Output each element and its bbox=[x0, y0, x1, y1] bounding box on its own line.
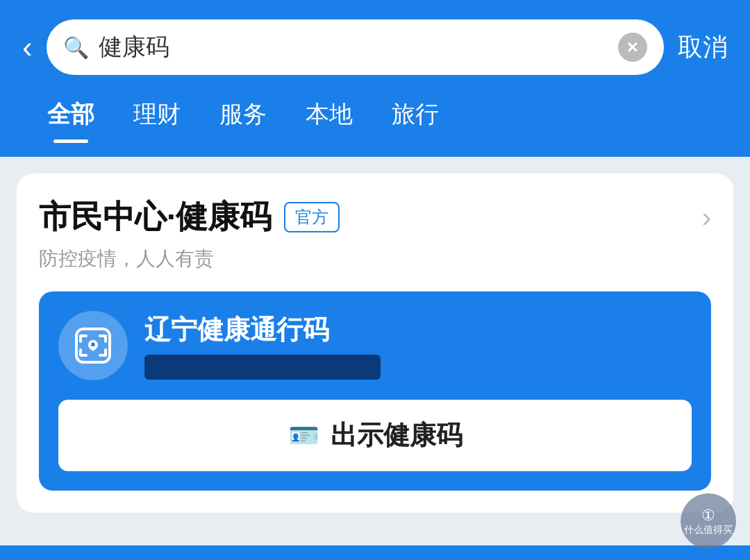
search-icon: 🔍 bbox=[63, 35, 89, 60]
watermark-icon: ① bbox=[701, 508, 715, 523]
search-input[interactable]: 健康码 bbox=[99, 31, 608, 63]
card-header: 市民中心·健康码 官方 › bbox=[39, 196, 711, 239]
header: ‹ 🔍 健康码 取消 bbox=[0, 0, 750, 75]
service-row: 辽宁健康通行码 bbox=[58, 311, 692, 380]
service-icon bbox=[58, 311, 128, 380]
tab-bar: 全部 理财 服务 本地 旅行 bbox=[0, 75, 750, 143]
service-redacted-info bbox=[144, 355, 381, 380]
content-area: 市民中心·健康码 官方 › 防控疫情，人人有责 bbox=[0, 157, 750, 545]
official-badge: 官方 bbox=[284, 202, 340, 232]
clear-search-button[interactable] bbox=[618, 33, 647, 62]
tab-all[interactable]: 全部 bbox=[28, 92, 114, 143]
card-arrow-icon[interactable]: › bbox=[702, 202, 711, 233]
tab-local[interactable]: 本地 bbox=[286, 92, 372, 143]
result-card: 市民中心·健康码 官方 › 防控疫情，人人有责 bbox=[17, 173, 733, 513]
service-info: 辽宁健康通行码 bbox=[144, 312, 692, 380]
show-code-label: 出示健康码 bbox=[331, 418, 462, 453]
show-code-icon: 🪪 bbox=[288, 421, 319, 450]
service-name: 辽宁健康通行码 bbox=[144, 312, 692, 348]
tab-travel[interactable]: 旅行 bbox=[372, 92, 458, 143]
inner-card: 辽宁健康通行码 🪪 出示健康码 bbox=[39, 291, 711, 491]
card-subtitle: 防控疫情，人人有责 bbox=[39, 246, 711, 272]
watermark-text: 什么值得买 bbox=[684, 525, 733, 534]
watermark-badge: ① 什么值得买 bbox=[681, 493, 736, 549]
tab-finance[interactable]: 理财 bbox=[114, 92, 200, 143]
show-code-button[interactable]: 🪪 出示健康码 bbox=[58, 400, 692, 471]
back-button[interactable]: ‹ bbox=[22, 32, 33, 62]
search-bar: 🔍 健康码 bbox=[47, 19, 664, 75]
cancel-button[interactable]: 取消 bbox=[678, 31, 728, 65]
card-title-wrap: 市民中心·健康码 官方 bbox=[39, 196, 340, 239]
tab-service[interactable]: 服务 bbox=[200, 92, 286, 143]
card-title: 市民中心·健康码 bbox=[39, 196, 272, 239]
